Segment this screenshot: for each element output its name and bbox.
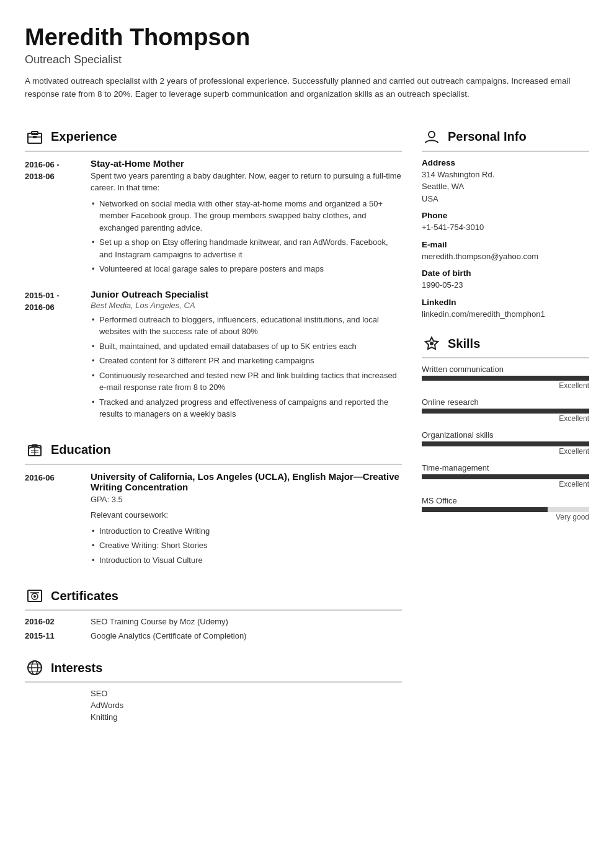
experience-title: Experience [51,130,117,144]
personal-info-title: Personal Info [448,130,527,144]
interests-header: Interests [25,658,402,683]
education-entry-1: 2016-06 University of California, Los An… [25,471,402,569]
exp1-content: Stay-at-Home Mother Spent two years pare… [91,158,402,278]
skill-bar-bg-3 [422,474,589,479]
skill-name-0: Written communication [422,365,589,374]
edu1-gpa: GPA: 3.5 [91,494,402,506]
interest-item-3: Knitting [25,712,402,722]
list-item: Created content for 3 different PR and m… [91,355,402,367]
address-value: 314 Washington Rd.Seattle, WAUSA [422,169,589,205]
skills-title: Skills [448,337,480,351]
exp2-content: Junior Outreach Specialist Best Media, L… [91,289,402,423]
skill-bar-fill-1 [422,409,589,414]
certificates-icon [25,586,45,606]
certificates-section: Certificates 2016-02 SEO Training Course… [25,586,402,640]
list-item: Built, maintained, and updated email dat… [91,340,402,353]
skill-item-2: Organizational skills Excellent [422,430,589,456]
cert-entry-1: 2016-02 SEO Training Course by Moz (Udem… [25,617,402,626]
phone-label: Phone [422,211,589,220]
edu1-date: 2016-06 [25,471,81,569]
candidate-title: Outreach Specialist [25,53,589,66]
interest-item-2: AdWords [25,701,402,710]
exp2-bullets: Performed outreach to bloggers, influenc… [91,314,402,420]
experience-icon [25,127,45,147]
list-item: Networked on social media with other sta… [91,198,402,234]
list-item: Volunteered at local garage sales to pre… [91,263,402,275]
skill-item-0: Written communication Excellent [422,365,589,390]
skill-bar-fill-3 [422,474,589,479]
exp1-bullets: Networked on social media with other sta… [91,198,402,275]
skill-label-2: Excellent [422,447,589,456]
email-value: meredith.thompson@yahoo.com [422,250,589,263]
svg-point-18 [429,131,435,138]
interests-icon [25,658,45,678]
exp1-date: 2016-06 -2018-06 [25,158,81,278]
skill-name-1: Online research [422,397,589,407]
list-item: Performed outreach to bloggers, influenc… [91,314,402,338]
education-section: Education 2016-06 University of Californ… [25,440,402,569]
experience-section: Experience 2016-06 -2018-06 Stay-at-Home… [25,127,402,423]
skill-item-4: MS Office Very good [422,496,589,521]
skill-bar-fill-2 [422,441,589,446]
cert1-date: 2016-02 [25,617,81,626]
interests-title: Interests [51,661,102,675]
right-column: Personal Info Address 314 Washington Rd.… [422,127,589,843]
skill-name-2: Organizational skills [422,430,589,440]
list-item: Creative Writing: Short Stories [91,539,402,552]
certificates-header: Certificates [25,586,402,611]
interest-item-1: SEO [25,689,402,698]
left-column: Experience 2016-06 -2018-06 Stay-at-Home… [25,127,402,843]
linkedin-value: linkedin.com/meredith_thomphon1 [422,308,589,321]
skills-section: Skills Written communication Excellent O… [422,334,589,521]
edu1-title: University of California, Los Angeles (U… [91,471,402,492]
personal-info-icon [422,127,442,147]
candidate-name: Meredith Thompson [25,25,589,51]
exp1-desc: Spent two years parenting a baby daughte… [91,170,402,194]
skill-bar-bg-4 [422,507,589,512]
personal-info-section: Personal Info Address 314 Washington Rd.… [422,127,589,321]
dob-label: Date of birth [422,268,589,278]
exp2-date: 2015-01 -2016-06 [25,289,81,423]
interests-section: Interests SEO AdWords Knitting [25,658,402,722]
svg-point-11 [33,595,36,598]
skill-name-3: Time-management [422,463,589,472]
exp1-title: Stay-at-Home Mother [91,158,402,169]
certificates-title: Certificates [51,589,118,603]
edu1-coursework-label: Relevant coursework: [91,509,402,521]
header: Meredith Thompson Outreach Specialist A … [25,25,589,101]
edu1-content: University of California, Los Angeles (U… [91,471,402,569]
email-label: E-mail [422,240,589,249]
cert1-name: SEO Training Course by Moz (Udemy) [91,617,228,626]
svg-rect-3 [33,136,37,138]
skills-icon [422,334,442,353]
dob-value: 1990-05-23 [422,279,589,291]
exp2-subtitle: Best Media, Los Angeles, CA [91,301,402,310]
cert2-name: Google Analytics (Certificate of Complet… [91,631,246,640]
skill-bar-bg-1 [422,409,589,414]
skill-label-3: Excellent [422,480,589,489]
skill-bar-bg-2 [422,441,589,446]
personal-info-header: Personal Info [422,127,589,152]
education-icon [25,440,45,460]
skill-bar-fill-4 [422,507,548,512]
main-content: Experience 2016-06 -2018-06 Stay-at-Home… [25,127,589,843]
education-header: Education [25,440,402,465]
summary-text: A motivated outreach specialist with 2 y… [25,75,583,101]
experience-entry-2: 2015-01 -2016-06 Junior Outreach Special… [25,289,402,423]
edu1-bullets: Introduction to Creative Writing Creativ… [91,525,402,567]
skill-name-4: MS Office [422,496,589,505]
list-item: Continuously researched and tested new P… [91,370,402,394]
svg-point-19 [430,342,434,345]
skill-bar-bg-0 [422,376,589,381]
list-item: Introduction to Visual Culture [91,554,402,567]
skill-label-1: Excellent [422,414,589,423]
address-label: Address [422,158,589,167]
exp2-title: Junior Outreach Specialist [91,289,402,299]
linkedin-label: LinkedIn [422,298,589,307]
skills-header: Skills [422,334,589,358]
skill-label-4: Very good [422,513,589,521]
experience-entry-1: 2016-06 -2018-06 Stay-at-Home Mother Spe… [25,158,402,278]
cert2-date: 2015-11 [25,631,81,640]
list-item: Tracked and analyzed progress and effect… [91,396,402,420]
cert-entry-2: 2015-11 Google Analytics (Certificate of… [25,631,402,640]
